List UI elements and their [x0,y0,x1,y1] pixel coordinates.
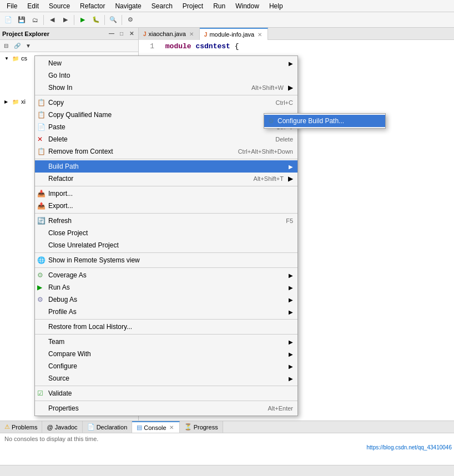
menu-edit[interactable]: Edit [23,1,43,11]
ctx-gointo[interactable]: Go Into [35,69,297,82]
ctx-refactor[interactable]: Refactor Alt+Shift+T ▶ [35,173,297,185]
tab-javadoc[interactable]: @ Javadoc [42,421,82,433]
ctx-profileas-arrow: ▶ [289,309,293,315]
paste-icon: 📄 [37,123,46,131]
ctx-properties-label: Properties [48,404,79,412]
ctx-close-unrelated[interactable]: Close Unrelated Project [35,239,297,251]
editor-tabs: J xiaochan.java ✕ J module-info.java ✕ [139,28,454,40]
ctx-buildpath[interactable]: Build Path ▶ [35,160,297,173]
ctx-runas[interactable]: ▶ Run As ▶ [35,281,297,293]
ctx-refactor-arrow: ▶ [288,175,293,183]
submenu-buildpath: ⚙ Configure Build Path... [264,113,386,129]
toolbar: 📄 💾 🗂 ◀ ▶ ▶ 🐛 🔍 ⚙ [0,12,454,28]
ctx-sep7 [35,319,297,320]
toolbar-debug-btn[interactable]: 🐛 [90,14,102,26]
console-close-btn[interactable]: ✕ [168,424,175,431]
tree-label-xi: xi [21,98,26,105]
problems-icon: ⚠ [4,423,10,431]
ctx-showin-label: Show In [48,84,72,92]
ctx-remote[interactable]: 🌐 Show in Remote Systems view [35,254,297,266]
link-editor-btn[interactable]: 🔗 [12,41,22,51]
context-menu: New ▶ Go Into Show In Alt+Shift+W ▶ 📋 Co… [34,55,298,416]
toolbar-search-btn[interactable]: 🔍 [107,14,119,26]
ctx-export[interactable]: 📤 Export... [35,200,297,212]
run-icon: ▶ [37,283,42,291]
module-id: csdntest [195,42,230,50]
ctx-source[interactable]: Source ▶ [35,372,297,384]
panel-minimize-btn[interactable]: — [107,29,116,38]
tab-xiaochan-label: xiaochan.java [149,31,186,37]
menu-file[interactable]: File [2,1,22,11]
ctx-team[interactable]: Team ▶ [35,336,297,348]
ctx-new[interactable]: New ▶ [35,57,297,69]
ctx-sep1 [35,95,297,95]
tab-xiaochan[interactable]: J xiaochan.java ✕ [139,28,200,40]
expand-arrow-cs: ▼ [4,56,10,61]
ctx-delete-label: Delete [48,135,68,143]
ctx-gointo-label: Go Into [48,72,70,79]
no-consoles-text: No consoles to display at this time. [4,436,98,442]
debug-icon: ⚙ [37,296,43,303]
ctx-configure-label: Configure [48,362,77,370]
ctx-sep8 [35,334,297,335]
submenu-configure-buildpath-label: Configure Build Path... [278,117,344,125]
tab-xiaochan-icon: J [143,31,147,37]
panel-toolbar: ⊟ 🔗 ▼ [0,40,138,52]
ctx-restore[interactable]: Restore from Local History... [35,321,297,333]
submenu-configure-buildpath[interactable]: ⚙ Configure Build Path... [264,115,385,127]
declaration-icon: 📄 [87,423,95,431]
ctx-coverage[interactable]: ⚙ Coverage As ▶ [35,269,297,281]
ctx-sep6 [35,267,297,268]
ctx-copy-qualified[interactable]: 📋 Copy Qualified Name [35,109,297,121]
ctx-validate[interactable]: ☑ Validate [35,387,297,399]
tab-xiaochan-close[interactable]: ✕ [188,31,195,37]
ctx-debugas[interactable]: ⚙ Debug As ▶ [35,293,297,306]
tab-module-close[interactable]: ✕ [256,31,263,38]
ctx-refresh[interactable]: 🔄 Refresh F5 [35,215,297,227]
tab-module-info[interactable]: J module-info.java ✕ [200,28,268,40]
ctx-profileas[interactable]: Profile As ▶ [35,306,297,318]
ctx-import[interactable]: 📥 Import... [35,188,297,200]
tab-problems[interactable]: ⚠ Problems [0,421,42,433]
menu-help[interactable]: Help [265,1,287,11]
ctx-coverage-arrow: ▶ [289,272,293,278]
toolbar-fwd-btn[interactable]: ▶ [59,14,72,26]
menu-project[interactable]: Project [178,1,208,11]
module-brace: { [235,42,239,50]
menu-source[interactable]: Source [44,1,74,11]
tab-declaration[interactable]: 📄 Declaration [83,421,133,433]
ctx-copy[interactable]: 📋 Copy Ctrl+C [35,97,297,109]
ctx-showin[interactable]: Show In Alt+Shift+W ▶ [35,82,297,94]
ctx-close-project[interactable]: Close Project [35,227,297,239]
project-explorer-label: Project Explorer [2,31,49,37]
menu-search[interactable]: Search [147,1,177,11]
toolbar-run-btn[interactable]: ▶ [77,14,89,26]
toolbar-new-btn[interactable]: 📄 [2,14,14,26]
ctx-compare[interactable]: Compare With ▶ [35,348,297,360]
ctx-remove[interactable]: 📋 Remove from Context Ctrl+Alt+Shift+Dow… [35,145,297,158]
menu-refactor[interactable]: Refactor [75,1,109,11]
ctx-delete[interactable]: ✕ Delete Delete [35,133,297,145]
csdn-link[interactable]: https://blog.csdn.net/qq_43410046 [0,444,454,450]
ctx-export-label: Export... [48,202,73,210]
toolbar-back-btn[interactable]: ◀ [46,14,58,26]
collapse-all-btn[interactable]: ⊟ [1,41,11,51]
ctx-configure[interactable]: Configure ▶ [35,360,297,372]
tab-console[interactable]: ▤ Console ✕ [132,421,179,433]
menu-run[interactable]: Run [209,1,230,11]
toolbar-saveall-btn[interactable]: 🗂 [29,14,41,26]
ctx-buildpath-arrow: ▶ [289,164,293,170]
ctx-properties[interactable]: Properties Alt+Enter [35,402,297,414]
menu-window[interactable]: Window [231,1,264,11]
toolbar-save-btn[interactable]: 💾 [16,14,28,26]
view-menu-btn[interactable]: ▼ [23,41,33,51]
panel-close-btn[interactable]: ✕ [127,29,136,38]
panel-maximize-btn[interactable]: □ [117,29,126,38]
ctx-copy-label: Copy [48,99,64,107]
refresh-icon: 🔄 [37,217,46,225]
ctx-remove-label: Remove from Context [48,148,113,155]
menu-navigate[interactable]: Navigate [110,1,145,11]
toolbar-settings-btn[interactable]: ⚙ [124,14,137,26]
ctx-paste[interactable]: 📄 Paste Ctrl+V [35,121,297,133]
tab-progress[interactable]: ⏳ Progress [180,421,223,433]
